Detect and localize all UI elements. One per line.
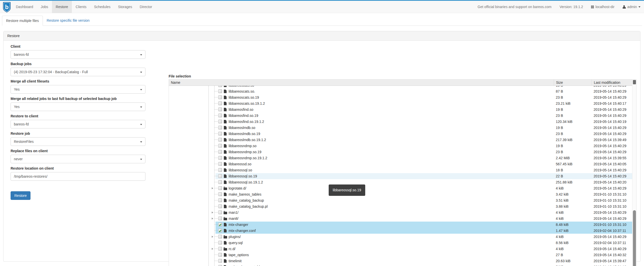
file-name[interactable]: mtx-changer.conf [229,228,256,234]
file-checkbox[interactable] [218,180,222,184]
replace-files-on-client-select[interactable]: never [11,155,145,163]
client-select[interactable]: bareos-fd [11,50,145,59]
file-checkbox[interactable] [218,186,222,190]
nav-item-jobs[interactable]: Jobs [37,1,52,13]
file-checkbox[interactable] [218,108,222,111]
file-name[interactable]: libbareossql.so.19 [229,173,257,179]
file-name[interactable]: timelimit [229,258,241,264]
file-checkbox[interactable] [218,217,222,220]
main-nav: DashboardJobsRestoreClientsSchedulesStor… [12,1,156,13]
expander-closed-icon[interactable] [212,187,213,189]
file-name[interactable]: update_bareos_tables [229,264,264,266]
file-name[interactable]: make_catalog_backup.pl [229,203,268,209]
file-name[interactable]: libbareoslmdb.so.19 [229,131,260,137]
file-checkbox[interactable] [218,168,222,172]
file-checkbox-checked[interactable] [218,229,222,232]
file-name[interactable]: libbareossd.so [229,161,251,167]
restore-button[interactable]: Restore [11,191,30,200]
file-name[interactable]: libbareoscats.so. [229,88,255,94]
file-checkbox[interactable] [218,241,222,245]
restore-to-client-select[interactable]: bareos-fd [11,120,145,128]
file-checkbox[interactable] [218,86,222,87]
file-checkbox[interactable] [218,204,222,208]
file-checkbox[interactable] [218,120,222,123]
director-menu[interactable]: localhost-dir [591,5,614,9]
file-checkbox[interactable] [218,126,222,129]
nav-item-schedules[interactable]: Schedules [90,1,114,13]
filename-tooltip: libbareossql.so.19 [329,184,365,196]
file-name[interactable]: libbareosndmp.so.19.1.2 [229,155,267,161]
tab-restore-specific-file-version[interactable]: Restore specific file version [43,16,93,25]
expander-closed-icon[interactable] [212,211,213,214]
file-name[interactable]: man1/ [229,209,238,216]
file-name[interactable]: libbareoscats.so [229,86,254,88]
file-name[interactable]: rc.d/ [229,246,235,252]
file-name[interactable]: libbareossql.so.19.1.2 [229,179,263,185]
file-name[interactable]: libbareosfind.so.19 [229,113,258,119]
file-checkbox[interactable] [218,259,222,263]
merge-all-client-filesets-select[interactable]: Yes [11,85,145,94]
file-checkbox[interactable] [218,89,222,93]
tab-restore-multiple-files[interactable]: Restore multiple files [2,16,43,26]
file-name[interactable]: logrotate.d/ [229,185,246,191]
file-name[interactable]: libbareossql.so [229,167,252,173]
file-name[interactable]: libbareoslmdb.so.19.1.2 [229,137,266,143]
expander-closed-icon[interactable] [212,236,213,238]
file-checkbox[interactable] [218,247,222,251]
file-checkbox[interactable] [218,210,222,214]
file-name[interactable]: libbareoslmdb.so [229,125,255,131]
file-name[interactable]: libbareosndmp.so.19 [229,149,261,155]
file-modified: 2019-02-04 10:37:11 [594,240,626,246]
file-name[interactable]: libbareoscats.so.19 [229,94,259,100]
bareos-logo[interactable]: b [3,2,11,12]
file-checkbox[interactable] [218,162,222,166]
support-link[interactable]: Get official binaries and support on bar… [478,5,551,9]
file-checkbox[interactable] [218,144,222,148]
file-name[interactable]: libbareoscats.so.19.1.2 [229,100,265,107]
file-name[interactable]: man8/ [229,216,238,222]
merge-all-related-jobs-to-last-full-backup-of-selected-backup-job-select[interactable]: Yes [11,102,145,111]
file-checkbox[interactable] [218,101,222,105]
scrollbar-up-button[interactable] [633,80,636,84]
file-name[interactable]: libbareosfind.so [229,107,253,113]
file-name[interactable]: query.sql [229,240,243,246]
expander-closed-icon[interactable] [212,218,213,220]
file-checkbox[interactable] [218,253,222,257]
file-name[interactable]: mtx-changer [229,222,248,228]
file-checkbox-checked[interactable] [218,223,222,226]
user-menu[interactable]: admin [623,5,640,9]
file-size: 20.63 kiB [556,258,570,264]
file-name[interactable]: plugins/ [229,234,241,240]
nav-item-dashboard[interactable]: Dashboard [12,1,37,13]
file-size: 23.21 kiB [556,100,570,107]
file-size: 2.42 MiB [556,155,570,161]
file-checkbox[interactable] [218,156,222,160]
restore-location-on-client-input[interactable] [11,172,145,181]
restore-job-select[interactable]: RestoreFiles [11,137,145,146]
nav-item-restore[interactable]: Restore [52,1,72,13]
table-scrollbar[interactable] [632,79,636,266]
file-checkbox[interactable] [218,114,222,117]
file-checkbox[interactable] [218,265,222,266]
file-name[interactable]: tape_options [229,252,249,258]
expander-closed-icon[interactable] [212,248,213,250]
file-checkbox[interactable] [218,95,222,99]
file-checkbox[interactable] [218,138,222,142]
nav-item-storages[interactable]: Storages [114,1,136,13]
file-checkbox[interactable] [218,235,222,238]
tree-connector [214,115,218,116]
backup-jobs-select[interactable]: (4) 2019-05-23 17:32:04 - BackupCatalog … [11,68,145,76]
file-name[interactable]: make_catalog_backup [229,197,264,203]
nav-item-director[interactable]: Director [136,1,156,13]
scrollbar-thumb[interactable] [633,210,636,266]
file-checkbox[interactable] [218,132,222,136]
file-modified: 2019-05-14 15:40:29 [594,149,626,155]
file-checkbox[interactable] [218,198,222,202]
file-checkbox[interactable] [218,150,222,154]
nav-item-clients[interactable]: Clients [72,1,90,13]
file-checkbox[interactable] [218,192,222,196]
file-name[interactable]: libbareosndmp.so [229,143,257,149]
file-name[interactable]: make_bareos_tables [229,191,261,197]
file-checkbox[interactable] [218,174,222,178]
file-name[interactable]: libbareosfind.so.19.1.2 [229,119,264,125]
